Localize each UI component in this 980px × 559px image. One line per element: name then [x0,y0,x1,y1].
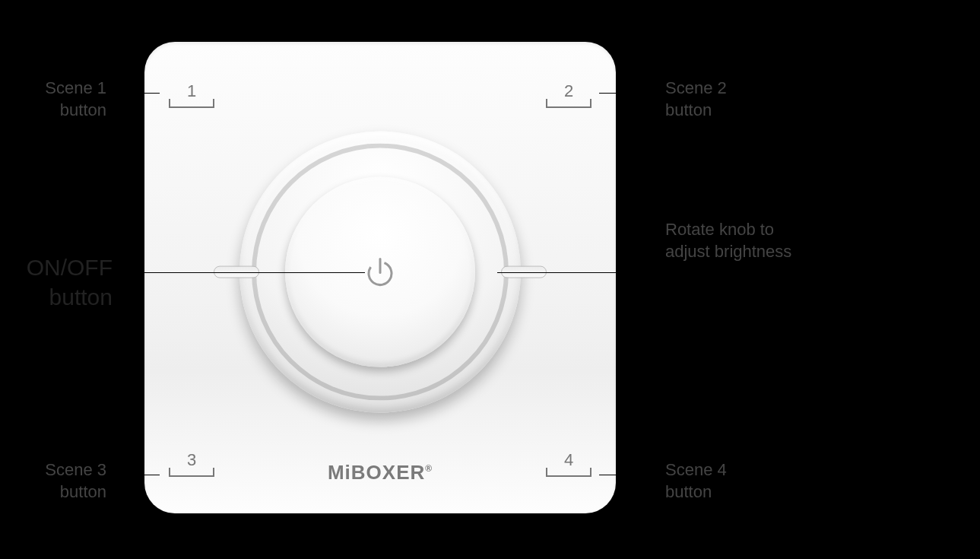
label-scene2: Scene 2 button [665,78,727,121]
leader-line [122,272,365,273]
scene-number: 1 [187,81,196,100]
leader-line [114,93,160,94]
label-onoff: ON/OFF button [14,253,113,312]
scene-1-button[interactable]: 1 [169,84,214,108]
label-knob: Rotate knob to adjust brightness [665,219,791,262]
label-scene1: Scene 1 button [30,78,106,121]
leader-line [599,475,657,475]
leader-line [599,93,657,94]
leader-line [114,475,160,475]
scene-number: 2 [564,81,573,100]
brand-logo: MiBOXER® [144,461,616,484]
brand-reg: ® [425,463,433,474]
label-scene4: Scene 4 button [665,459,727,503]
scene-2-button[interactable]: 2 [546,84,591,108]
leader-line [497,272,657,273]
leader-line [657,228,658,272]
brand-name: MiBOXER [328,461,425,484]
power-icon [363,255,398,290]
label-scene3: Scene 3 button [30,459,106,503]
device-panel: 1 2 3 4 [144,42,616,513]
